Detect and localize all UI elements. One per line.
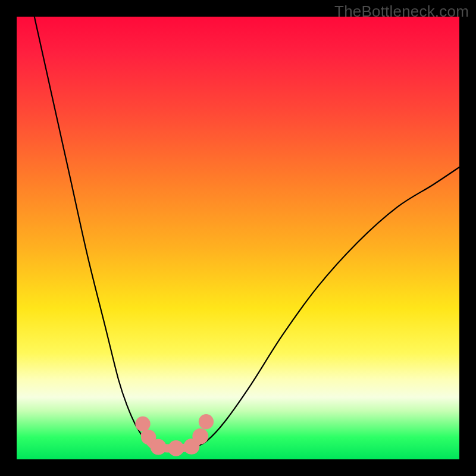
marker-left-marker-a (135, 416, 150, 431)
marker-right-marker-b (199, 414, 214, 429)
marker-trough-marker-a (151, 439, 167, 455)
series-left-curve (35, 17, 158, 448)
watermark-text: TheBottleneck.com (334, 2, 469, 21)
chart-frame: TheBottleneck.com (0, 0, 476, 476)
series-right-curve (194, 167, 459, 448)
marker-trough-marker-b (168, 440, 184, 456)
marker-right-marker-a (192, 428, 208, 444)
curve-layer (17, 17, 459, 459)
